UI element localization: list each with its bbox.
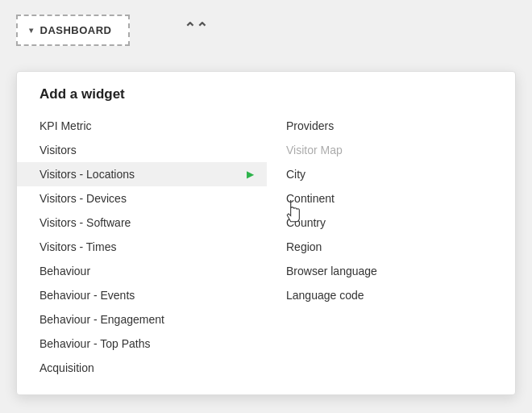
dashboard-label: DASHBOARD bbox=[40, 24, 112, 36]
menu-item-label: Visitors - Times bbox=[39, 240, 257, 253]
right-menu-item-country[interactable]: Country bbox=[267, 211, 515, 235]
right-menu-item-label: Browser language bbox=[286, 265, 377, 277]
menu-item-label: KPI Metric bbox=[39, 119, 257, 132]
left-menu-item-behaviour[interactable]: Behaviour bbox=[17, 259, 267, 283]
panel-title: Add a widget bbox=[17, 86, 515, 114]
right-menu-item-language-code[interactable]: Language code bbox=[267, 283, 515, 307]
right-menu-item-label: Visitor Map bbox=[286, 144, 343, 156]
right-menu-item-label: City bbox=[286, 168, 305, 181]
chevron-right-icon: ▶ bbox=[247, 169, 254, 180]
right-menu-item-continent[interactable]: Continent bbox=[267, 186, 515, 211]
dashboard-arrow-icon: ▾ bbox=[29, 26, 34, 35]
left-menu: KPI MetricVisitorsVisitors - Locations▶V… bbox=[17, 114, 267, 380]
left-menu-item-visitors-devices[interactable]: Visitors - Devices bbox=[17, 186, 267, 211]
menu-item-label: Visitors - Software bbox=[39, 216, 257, 229]
right-menu-item-label: Region bbox=[286, 240, 322, 253]
menu-item-label: Visitors - Devices bbox=[39, 192, 257, 205]
menu-layout: KPI MetricVisitorsVisitors - Locations▶V… bbox=[17, 114, 515, 380]
right-menu-item-label: Continent bbox=[286, 192, 335, 205]
left-menu-item-behaviour-events[interactable]: Behaviour - Events bbox=[17, 283, 267, 307]
menu-item-label: Behaviour - Engagement bbox=[39, 313, 257, 326]
menu-item-label: Acquisition bbox=[39, 361, 257, 374]
menu-item-label: Behaviour - Top Paths bbox=[39, 337, 257, 350]
menu-item-label: Visitors bbox=[39, 144, 257, 156]
collapse-button[interactable]: ⌃⌃ bbox=[184, 19, 208, 37]
left-menu-item-visitors-times[interactable]: Visitors - Times bbox=[17, 235, 267, 259]
left-menu-item-kpi-metric[interactable]: KPI Metric bbox=[17, 114, 267, 138]
collapse-icon: ⌃⌃ bbox=[184, 20, 208, 36]
left-menu-item-visitors-locations[interactable]: Visitors - Locations▶ bbox=[17, 162, 267, 186]
right-menu-item-browser-language[interactable]: Browser language bbox=[267, 259, 515, 283]
menu-item-label: Behaviour bbox=[39, 265, 257, 277]
left-menu-item-visitors-software[interactable]: Visitors - Software bbox=[17, 211, 267, 235]
left-menu-item-acquisition[interactable]: Acquisition bbox=[17, 356, 267, 380]
right-menu-item-label: Language code bbox=[286, 289, 364, 302]
right-menu-item-visitor-map: Visitor Map bbox=[267, 138, 515, 162]
right-menu-item-region[interactable]: Region bbox=[267, 235, 515, 259]
right-menu: ProvidersVisitor MapCityContinentCountry… bbox=[267, 114, 515, 380]
right-menu-item-city[interactable]: City bbox=[267, 162, 515, 186]
left-menu-item-visitors[interactable]: Visitors bbox=[17, 138, 267, 162]
add-widget-panel: Add a widget KPI MetricVisitorsVisitors … bbox=[16, 71, 516, 395]
right-menu-item-label: Country bbox=[286, 216, 326, 229]
right-menu-item-label: Providers bbox=[286, 119, 334, 132]
menu-item-label: Behaviour - Events bbox=[39, 289, 257, 302]
left-menu-item-behaviour-top-paths[interactable]: Behaviour - Top Paths bbox=[17, 332, 267, 356]
dashboard-button[interactable]: ▾ DASHBOARD bbox=[16, 15, 130, 46]
left-menu-item-behaviour-engagement[interactable]: Behaviour - Engagement bbox=[17, 307, 267, 332]
menu-item-label: Visitors - Locations bbox=[39, 168, 247, 181]
right-menu-item-providers[interactable]: Providers bbox=[267, 114, 515, 138]
